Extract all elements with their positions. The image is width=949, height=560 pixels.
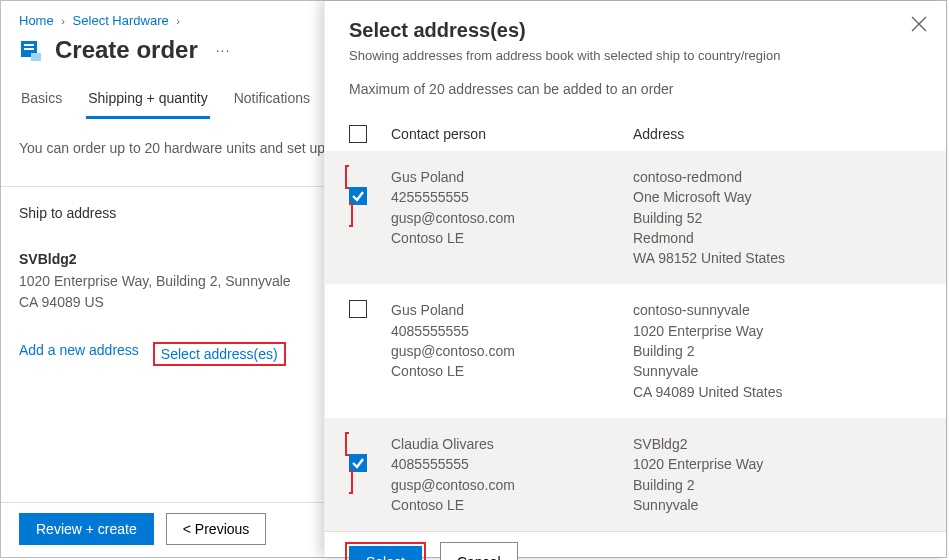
contact-org: Contoso LE xyxy=(391,228,611,248)
address-line: CA 94089 United States xyxy=(633,382,922,402)
tab-notifications[interactable]: Notifications xyxy=(232,82,312,119)
select-addresses-panel: Select address(es) Showing addresses fro… xyxy=(324,1,946,557)
previous-button[interactable]: < Previous xyxy=(166,513,267,545)
panel-max-note: Maximum of 20 addresses can be added to … xyxy=(349,81,922,97)
address-row[interactable]: Gus Poland 4085555555 gusp@contoso.com C… xyxy=(325,284,946,417)
contact-email: gusp@contoso.com xyxy=(391,475,611,495)
chevron-right-icon: › xyxy=(61,15,65,27)
svg-rect-2 xyxy=(24,48,34,50)
address-line: contoso-redmond xyxy=(633,167,922,187)
address-line: One Microsoft Way xyxy=(633,187,922,207)
crumb-select-hardware[interactable]: Select Hardware xyxy=(73,13,169,28)
row-checkbox[interactable] xyxy=(349,300,367,318)
close-button[interactable] xyxy=(910,15,928,33)
order-icon xyxy=(19,38,43,62)
address-line: WA 98152 United States xyxy=(633,248,922,268)
review-create-button[interactable]: Review + create xyxy=(19,513,154,545)
contact-phone: 4085555555 xyxy=(391,454,611,474)
add-new-address-link[interactable]: Add a new address xyxy=(19,342,139,366)
contact-org: Contoso LE xyxy=(391,495,611,515)
highlight-box: Select address(es) xyxy=(153,342,286,366)
crumb-home[interactable]: Home xyxy=(19,13,54,28)
address-line: Building 2 xyxy=(633,341,922,361)
panel-title: Select address(es) xyxy=(349,19,922,42)
address-line: Redmond xyxy=(633,228,922,248)
chevron-right-icon: › xyxy=(176,15,180,27)
contact-org: Contoso LE xyxy=(391,361,611,381)
page-title: Create order xyxy=(55,36,198,64)
address-line: 1020 Enterprise Way xyxy=(633,454,922,474)
more-icon[interactable]: ··· xyxy=(210,42,237,58)
address-row[interactable]: Gus Poland 4255555555 gusp@contoso.com C… xyxy=(325,151,946,284)
address-line: contoso-sunnyvale xyxy=(633,300,922,320)
address-table-header: Contact person Address xyxy=(325,111,946,151)
tab-basics[interactable]: Basics xyxy=(19,82,64,119)
select-all-checkbox[interactable] xyxy=(349,125,367,143)
address-line: Sunnyvale xyxy=(633,361,922,381)
address-line: Building 2 xyxy=(633,475,922,495)
select-addresses-link[interactable]: Select address(es) xyxy=(161,346,278,362)
row-checkbox[interactable] xyxy=(349,454,367,472)
contact-email: gusp@contoso.com xyxy=(391,341,611,361)
contact-phone: 4085555555 xyxy=(391,321,611,341)
contact-email: gusp@contoso.com xyxy=(391,208,611,228)
highlight-box: Select xyxy=(345,542,426,560)
address-line: SVBldg2 xyxy=(633,434,922,454)
address-row[interactable]: Claudia Olivares 4085555555 gusp@contoso… xyxy=(325,418,946,531)
address-line: Building 52 xyxy=(633,208,922,228)
contact-phone: 4255555555 xyxy=(391,187,611,207)
address-line: Sunnyvale xyxy=(633,495,922,515)
svg-rect-3 xyxy=(31,53,41,61)
column-contact-person: Contact person xyxy=(391,126,611,142)
panel-footer: Select Cancel xyxy=(325,531,946,560)
svg-rect-1 xyxy=(24,44,34,46)
highlight-box xyxy=(345,432,369,494)
row-checkbox[interactable] xyxy=(349,187,367,205)
address-line: 1020 Enterprise Way xyxy=(633,321,922,341)
select-button[interactable]: Select xyxy=(349,546,422,560)
tab-shipping-quantity[interactable]: Shipping + quantity xyxy=(86,82,209,119)
highlight-box xyxy=(345,165,369,227)
column-address: Address xyxy=(633,126,922,142)
panel-subtitle: Showing addresses from address book with… xyxy=(349,48,922,63)
contact-name: Gus Poland xyxy=(391,300,611,320)
contact-name: Gus Poland xyxy=(391,167,611,187)
cancel-button[interactable]: Cancel xyxy=(440,542,518,560)
contact-name: Claudia Olivares xyxy=(391,434,611,454)
